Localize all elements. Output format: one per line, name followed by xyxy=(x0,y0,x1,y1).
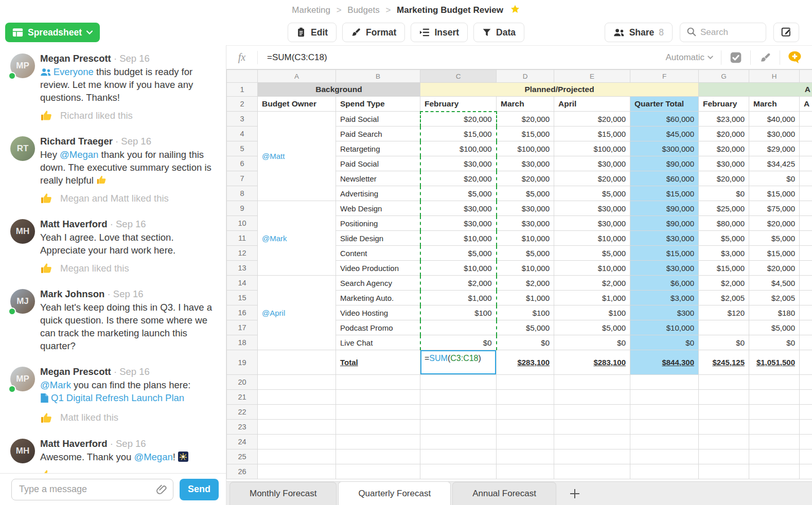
empty-cell[interactable] xyxy=(258,435,336,449)
empty-cell[interactable] xyxy=(800,375,812,390)
spend-type-cell[interactable]: Video Production xyxy=(336,261,420,276)
empty-cell[interactable] xyxy=(749,449,800,464)
total-value-cell[interactable]: $245,125 xyxy=(699,350,749,375)
budget-owner-cell[interactable]: @Mark xyxy=(258,201,336,276)
value-cell[interactable]: $20,000 xyxy=(749,216,800,231)
row-header-26[interactable]: 26 xyxy=(227,464,258,479)
value-cell[interactable]: $80,000 xyxy=(699,216,749,231)
value-cell[interactable] xyxy=(420,320,497,335)
row-header-5[interactable]: 5 xyxy=(227,141,258,156)
empty-cell[interactable] xyxy=(630,435,699,449)
field-header-cell[interactable]: Spend Type xyxy=(336,97,420,112)
value-cell[interactable]: $20,000 xyxy=(699,141,749,156)
value-cell[interactable]: $20,000 xyxy=(420,171,497,186)
spend-type-cell[interactable]: Retargeting xyxy=(336,141,420,156)
value-cell[interactable]: $30,000 xyxy=(699,156,749,171)
row-header-18[interactable]: 18 xyxy=(227,335,258,350)
value-cell[interactable]: $0 xyxy=(699,335,749,350)
value-cell[interactable]: $10,000 xyxy=(420,261,497,276)
everyone-mention-link[interactable]: Everyone xyxy=(40,66,94,77)
empty-cell[interactable] xyxy=(800,276,812,291)
chat-message-list[interactable]: MPMegan Prescott · Sep 16 Everyone this … xyxy=(0,45,226,473)
edit-button[interactable]: Edit xyxy=(288,23,337,42)
value-cell[interactable]: $15,000 xyxy=(630,186,699,201)
value-cell[interactable]: $20,000 xyxy=(699,127,749,141)
value-cell[interactable]: $1,000 xyxy=(554,291,630,305)
empty-cell[interactable] xyxy=(800,320,812,335)
empty-cell[interactable] xyxy=(800,390,812,405)
value-cell[interactable]: $29,000 xyxy=(749,141,800,156)
formula-input[interactable]: =SUM(C3:C18) xyxy=(267,52,327,63)
field-header-cell[interactable]: April xyxy=(554,97,630,112)
empty-cell[interactable] xyxy=(800,291,812,305)
value-cell[interactable]: $30,000 xyxy=(630,231,699,246)
value-cell[interactable] xyxy=(699,320,749,335)
empty-cell[interactable] xyxy=(630,464,699,479)
empty-cell[interactable] xyxy=(800,171,812,186)
total-value-cell[interactable]: $283,100 xyxy=(554,350,630,375)
value-cell[interactable]: $10,000 xyxy=(420,231,497,246)
empty-cell[interactable] xyxy=(699,435,749,449)
sheet-tab-annual-forecast[interactable]: Annual Forecast xyxy=(452,482,556,505)
like-row[interactable]: Richard liked this xyxy=(40,109,218,122)
total-value-cell[interactable]: $283,100 xyxy=(497,350,554,375)
row-header-17[interactable]: 17 xyxy=(227,320,258,335)
like-row[interactable]: Matt liked this xyxy=(40,411,218,424)
value-cell[interactable]: $5,000 xyxy=(554,320,630,335)
spend-type-cell[interactable]: Content xyxy=(336,246,420,261)
value-cell[interactable]: $15,000 xyxy=(420,127,497,141)
empty-cell[interactable] xyxy=(749,464,800,479)
like-row[interactable] xyxy=(40,468,218,474)
empty-cell[interactable] xyxy=(420,375,497,390)
row-header-3[interactable]: 3 xyxy=(227,112,258,127)
paint-format-icon[interactable] xyxy=(758,51,772,64)
spend-type-cell[interactable]: Paid Search xyxy=(336,127,420,141)
empty-cell[interactable] xyxy=(699,375,749,390)
empty-cell[interactable] xyxy=(258,449,336,464)
budget-owner-cell[interactable]: @April xyxy=(258,276,336,350)
like-row[interactable]: Megan liked this xyxy=(40,262,218,275)
row-header-2[interactable]: 2 xyxy=(227,97,258,112)
value-cell[interactable]: $30,000 xyxy=(497,216,554,231)
insert-button[interactable]: Insert xyxy=(411,23,468,42)
empty-cell[interactable] xyxy=(800,141,812,156)
empty-cell[interactable] xyxy=(336,435,420,449)
empty-cell[interactable] xyxy=(420,390,497,405)
value-cell[interactable]: $15,000 xyxy=(630,246,699,261)
value-cell[interactable]: $6,000 xyxy=(630,276,699,291)
value-cell[interactable]: $2,000 xyxy=(699,276,749,291)
value-cell[interactable]: $20,000 xyxy=(749,261,800,276)
row-header-23[interactable]: 23 xyxy=(227,420,258,435)
empty-cell[interactable] xyxy=(800,420,812,435)
value-cell[interactable]: $100 xyxy=(420,305,497,320)
total-value-cell[interactable]: $1,051,500 xyxy=(749,350,800,375)
empty-cell[interactable] xyxy=(336,449,420,464)
search-box[interactable] xyxy=(680,23,766,42)
value-cell[interactable]: $100,000 xyxy=(554,141,630,156)
value-cell[interactable]: $30,000 xyxy=(497,201,554,216)
empty-cell[interactable] xyxy=(630,375,699,390)
total-value-cell[interactable]: $844,300 xyxy=(630,350,699,375)
column-header-F[interactable]: F xyxy=(630,70,699,83)
total-label-cell[interactable]: Total xyxy=(336,350,420,375)
value-cell[interactable]: $60,000 xyxy=(630,171,699,186)
empty-cell[interactable] xyxy=(749,435,800,449)
value-cell[interactable]: $5,000 xyxy=(554,186,630,201)
value-cell[interactable]: $5,000 xyxy=(497,246,554,261)
empty-cell[interactable] xyxy=(800,305,812,320)
row-header-21[interactable]: 21 xyxy=(227,390,258,405)
empty-cell[interactable] xyxy=(800,127,812,141)
data-button[interactable]: Data xyxy=(473,23,524,42)
mention-link[interactable]: @Megan xyxy=(60,149,98,160)
column-header-B[interactable]: B xyxy=(336,70,420,83)
empty-cell[interactable] xyxy=(258,420,336,435)
calc-mode-dropdown[interactable]: Automatic xyxy=(665,52,713,63)
value-cell[interactable]: $2,005 xyxy=(749,291,800,305)
share-button[interactable]: Share 8 xyxy=(605,23,673,42)
empty-cell[interactable] xyxy=(554,435,630,449)
empty-cell[interactable] xyxy=(749,420,800,435)
value-cell[interactable]: $45,000 xyxy=(630,127,699,141)
field-header-cell[interactable]: February xyxy=(699,97,749,112)
value-cell[interactable]: $30,000 xyxy=(420,201,497,216)
value-cell[interactable]: $20,000 xyxy=(497,112,554,127)
